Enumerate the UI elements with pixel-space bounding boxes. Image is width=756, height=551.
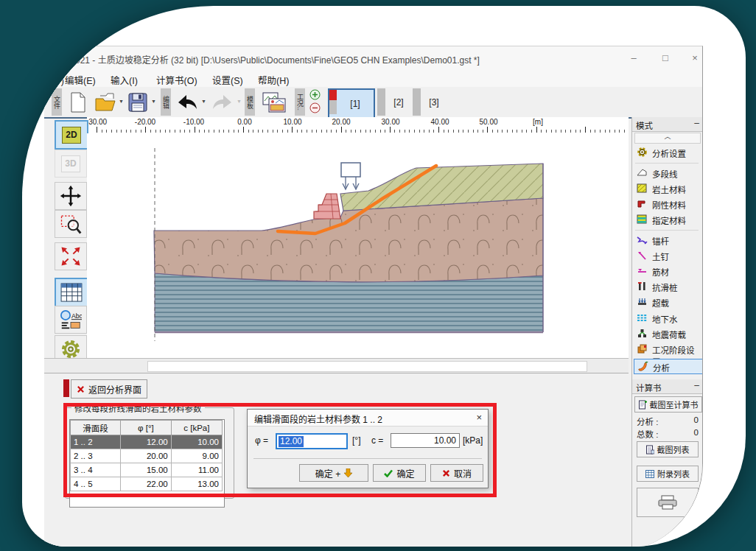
c-input[interactable]: 10.00: [391, 433, 460, 448]
sidebar-item-reinforcement[interactable]: 筋材: [634, 264, 701, 278]
plus-icon: [309, 89, 321, 100]
toolbar-group-edit[interactable]: 编辑: [161, 88, 171, 116]
view-3d-button[interactable]: 3D: [55, 150, 87, 178]
phi-input[interactable]: 12.00: [276, 433, 348, 449]
pan-arrows-icon: [60, 185, 82, 207]
sidebar-item-stage-settings[interactable]: 工况阶段设置: [634, 342, 701, 357]
sidebar-item-groundwater[interactable]: 地下水: [634, 311, 701, 326]
copy-picture-button[interactable]: [259, 88, 289, 116]
sidebar-item-label: 超载: [652, 297, 669, 309]
open-file-button[interactable]: [93, 88, 118, 116]
sidebar-item-analysis[interactable]: 分析: [634, 359, 703, 374]
snapshot-list-button[interactable]: 截图列表: [637, 441, 699, 457]
sidebar-item-earthquake[interactable]: 地震荷载: [634, 326, 701, 341]
sidebar-item-rigid-material[interactable]: 刚性材料: [634, 197, 701, 211]
sidebar-item-soil-nail[interactable]: 土钉: [634, 248, 701, 263]
drawing-canvas[interactable]: [87, 133, 629, 358]
main-toolbar: 文件 ▼ ▼ 编辑 ▼ ▼ 模板 工况..: [44, 87, 702, 119]
horizontal-scrollbar[interactable]: [44, 358, 629, 373]
toolbar-group-file[interactable]: 文件: [52, 88, 62, 116]
col-c[interactable]: c [kPa]: [171, 421, 222, 435]
sidebar-item-assigned-material[interactable]: 指定材料: [634, 212, 701, 227]
view-2d-button[interactable]: 2D: [55, 120, 88, 150]
ok-and-next-button[interactable]: 确定 +: [299, 464, 368, 482]
toolbar-group-stage[interactable]: 工况..: [295, 88, 305, 116]
maximize-button[interactable]: □: [653, 49, 678, 67]
report-panel-minimize[interactable]: –: [694, 380, 699, 390]
col-phi[interactable]: φ [°]: [121, 421, 172, 435]
redo-dropdown-arrow[interactable]: ▼: [237, 99, 242, 104]
table-row[interactable]: 3 .. 4 15.00 11.00: [71, 463, 223, 477]
open-dropdown-arrow[interactable]: ▼: [119, 99, 124, 104]
assigned-material-icon: [637, 214, 648, 225]
undo-dropdown-arrow[interactable]: ▼: [201, 99, 206, 104]
stage-add-button[interactable]: [309, 89, 321, 103]
minus-icon: [309, 102, 321, 113]
printer-icon: [658, 495, 677, 510]
menu-edit[interactable]: 编辑(E): [65, 73, 96, 87]
save-button[interactable]: [125, 88, 150, 116]
close-button[interactable]: ×: [682, 49, 703, 67]
print-button-partial[interactable]: [637, 488, 699, 517]
stage-tab-2-handle[interactable]: [377, 88, 385, 116]
menu-report[interactable]: 计算书(O): [156, 73, 197, 87]
cell-phi: 15.00: [121, 463, 172, 477]
menu-help[interactable]: 帮助(H): [258, 73, 289, 87]
save-dropdown-arrow[interactable]: ▼: [151, 99, 156, 104]
table-row[interactable]: 4 .. 5 22.00 13.00: [71, 477, 223, 491]
menu-settings[interactable]: 设置(S): [212, 73, 243, 87]
table-view-button[interactable]: [55, 278, 88, 307]
toolbar-group-template[interactable]: 模板: [245, 88, 255, 116]
stage-tab-2-label: [2]: [393, 97, 403, 108]
zoom-window-button[interactable]: [55, 210, 87, 238]
minimize-button[interactable]: –: [621, 49, 646, 67]
fit-to-screen-button[interactable]: [55, 242, 87, 270]
sidebar-item-label: 分析设置: [652, 147, 686, 159]
new-file-button[interactable]: [66, 88, 90, 116]
stage-tab-3-handle[interactable]: [413, 88, 421, 116]
segments-table: 滑面段 φ [°] c [kPa] 1 .. 2 12.00 10.00 2 .…: [70, 420, 223, 491]
anchor-icon: [637, 234, 648, 245]
groundwater-icon: [637, 312, 648, 323]
stage-tab-3[interactable]: [3]: [423, 88, 445, 116]
sidebar-item-soil-material[interactable]: 岩土材料: [634, 181, 701, 196]
sidebar-item-polyline[interactable]: 多段线: [634, 166, 701, 180]
new-document-icon: [70, 92, 86, 113]
cancel-button[interactable]: 取消: [430, 464, 483, 482]
sidebar-item-anchor[interactable]: 锚杆: [634, 233, 701, 248]
sidebar-item-anti-slide-pile[interactable]: 抗滑桩: [634, 279, 701, 294]
appendix-list-button[interactable]: 附录列表: [637, 466, 699, 482]
table-row[interactable]: 1 .. 2 12.00 10.00: [71, 435, 223, 449]
bottom-frame: 返回分析界面 修改每段折线滑面的岩土材料参数 滑面段 φ [°] c [kPa]…: [44, 373, 629, 547]
snapshot-to-report-button[interactable]: 截图至计算书: [634, 396, 702, 413]
dialog-title-bar[interactable]: 编辑滑面段的岩土材料参数 1 .. 2 ×: [248, 410, 488, 427]
sidebar-item-surcharge[interactable]: 超载: [634, 295, 701, 309]
menu-input[interactable]: 输入(I): [111, 73, 138, 87]
ok-button[interactable]: 确定: [373, 464, 426, 482]
mode-panel-title: 模式: [636, 119, 653, 131]
ruler-label: -20.00: [127, 118, 164, 126]
sidebar-item-analysis-settings[interactable]: 分析设置: [634, 145, 701, 160]
stage-tab-1[interactable]: [1]: [328, 88, 375, 119]
table-row[interactable]: 2 .. 3 20.00 9.00: [71, 449, 223, 463]
ok-label: 确定: [396, 467, 414, 480]
title-bar: 021 - 土质边坡稳定分析 (32 bit) [D:\Users\Public…: [44, 46, 702, 71]
cancel-x-icon: [442, 469, 450, 477]
check-icon: [384, 469, 393, 477]
dialog-close-icon[interactable]: ×: [476, 412, 482, 423]
ruler-ticks: [87, 127, 629, 133]
scroll-up-button[interactable]: ︿: [634, 133, 701, 144]
mode-panel-header: 模式 –: [632, 117, 703, 132]
stage-remove-button[interactable]: [309, 102, 321, 116]
mode-panel-minimize[interactable]: –: [694, 118, 699, 128]
menu-file[interactable]: 文件(F): [44, 73, 64, 87]
drawing-settings-button[interactable]: Abc: [55, 306, 87, 334]
scrollbar-track[interactable]: [147, 361, 587, 372]
phi-input-selected-text: 12.00: [279, 436, 304, 447]
undo-button[interactable]: [174, 88, 200, 116]
back-to-analysis-button[interactable]: 返回分析界面: [71, 379, 147, 399]
pan-tool-button[interactable]: [55, 182, 87, 210]
stage-tab-2[interactable]: [2]: [388, 88, 410, 116]
redo-button[interactable]: [209, 88, 236, 116]
col-segment[interactable]: 滑面段: [71, 421, 121, 435]
